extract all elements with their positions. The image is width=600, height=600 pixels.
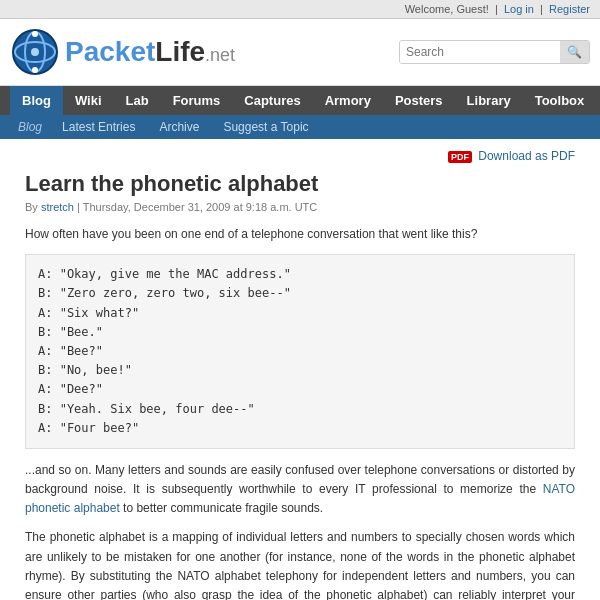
code-line-6: B: "No, bee!" bbox=[38, 361, 562, 380]
pdf-download-link[interactable]: Download as PDF bbox=[478, 149, 575, 163]
logo-icon bbox=[10, 27, 60, 77]
nav-item-captures[interactable]: Captures bbox=[232, 86, 312, 115]
nav-item-toolbox[interactable]: Toolbox bbox=[523, 86, 597, 115]
article-meta: By stretch | Thursday, December 31, 2009… bbox=[25, 201, 575, 213]
svg-point-4 bbox=[32, 31, 38, 37]
code-line-3: A: "Six what?" bbox=[38, 304, 562, 323]
content: PDF Download as PDF Learn the phonetic a… bbox=[10, 139, 590, 600]
main-nav: Blog Wiki Lab Forums Captures Armory Pos… bbox=[0, 86, 600, 115]
svg-point-5 bbox=[32, 67, 38, 73]
pdf-download: PDF Download as PDF bbox=[25, 149, 575, 163]
svg-point-3 bbox=[31, 48, 39, 56]
article-paragraph2: The phonetic alphabet is a mapping of in… bbox=[25, 528, 575, 600]
article-paragraph1: ...and so on. Many letters and sounds ar… bbox=[25, 461, 575, 519]
logo-net: .net bbox=[205, 45, 235, 65]
article-title: Learn the phonetic alphabet bbox=[25, 171, 575, 197]
sub-nav-suggest-topic[interactable]: Suggest a Topic bbox=[211, 115, 320, 139]
code-line-9: A: "Four bee?" bbox=[38, 419, 562, 438]
code-line-2: B: "Zero zero, zero two, six bee--" bbox=[38, 284, 562, 303]
nav-item-lab[interactable]: Lab bbox=[114, 86, 161, 115]
search-button[interactable]: 🔍 bbox=[560, 41, 589, 63]
code-line-4: B: "Bee." bbox=[38, 323, 562, 342]
nav-item-library[interactable]: Library bbox=[455, 86, 523, 115]
nav-item-armory[interactable]: Armory bbox=[313, 86, 383, 115]
sub-nav: Blog Latest Entries Archive Suggest a To… bbox=[0, 115, 600, 139]
code-block: A: "Okay, give me the MAC address." B: "… bbox=[25, 254, 575, 449]
search-input[interactable] bbox=[400, 41, 560, 63]
nav-item-posters[interactable]: Posters bbox=[383, 86, 455, 115]
nato-link[interactable]: NATO phonetic alphabet bbox=[25, 482, 575, 515]
article-date: Thursday, December 31, 2009 at 9:18 a.m.… bbox=[83, 201, 318, 213]
header: PacketLife.net 🔍 bbox=[0, 19, 600, 86]
logo-packet: Packet bbox=[65, 36, 155, 67]
nav-item-blog[interactable]: Blog bbox=[10, 86, 63, 115]
sub-nav-label: Blog bbox=[10, 115, 50, 139]
welcome-text: Welcome, Guest! bbox=[405, 3, 489, 15]
login-link[interactable]: Log in bbox=[504, 3, 534, 15]
code-line-8: B: "Yeah. Six bee, four dee--" bbox=[38, 400, 562, 419]
logo-text: PacketLife.net bbox=[65, 36, 235, 67]
nav-item-forums[interactable]: Forums bbox=[161, 86, 233, 115]
article-intro: How often have you been on one end of a … bbox=[25, 225, 575, 244]
code-line-7: A: "Dee?" bbox=[38, 380, 562, 399]
pdf-icon: PDF bbox=[448, 151, 472, 163]
search-box[interactable]: 🔍 bbox=[399, 40, 590, 64]
logo-area[interactable]: PacketLife.net bbox=[10, 27, 235, 77]
logo-life: Life bbox=[155, 36, 205, 67]
author-link[interactable]: stretch bbox=[41, 201, 74, 213]
sub-nav-latest-entries[interactable]: Latest Entries bbox=[50, 115, 147, 139]
top-bar: Welcome, Guest! | Log in | Register bbox=[0, 0, 600, 19]
sub-nav-archive[interactable]: Archive bbox=[147, 115, 211, 139]
register-link[interactable]: Register bbox=[549, 3, 590, 15]
code-line-5: A: "Bee?" bbox=[38, 342, 562, 361]
code-line-1: A: "Okay, give me the MAC address." bbox=[38, 265, 562, 284]
nav-item-wiki[interactable]: Wiki bbox=[63, 86, 114, 115]
